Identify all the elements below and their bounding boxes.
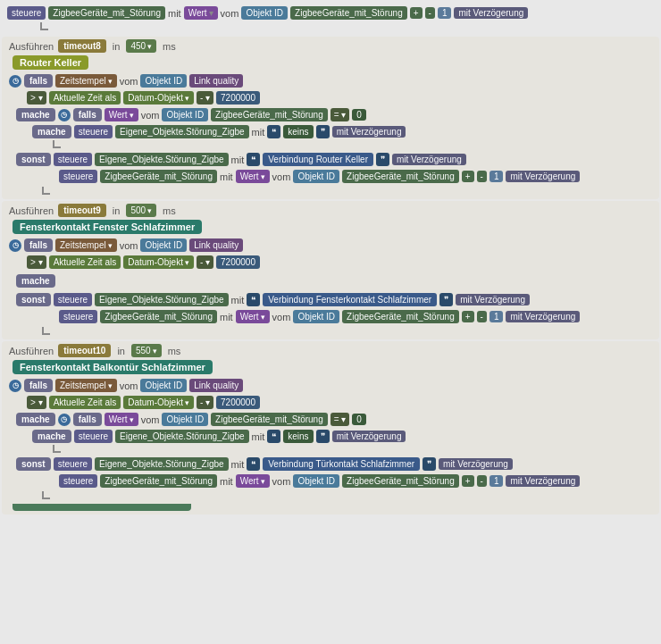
minus-chip-3[interactable]: - ▾ xyxy=(197,396,213,409)
steuere-chip-3[interactable]: steuere xyxy=(74,430,113,443)
obj-id-3b[interactable]: Objekt ID xyxy=(162,413,208,426)
minus-chip-1[interactable]: - ▾ xyxy=(197,91,213,105)
steuere-chip-1s2[interactable]: steuere xyxy=(59,170,97,183)
link-quality-3[interactable]: Link quality xyxy=(189,379,243,392)
sonst-chip-2[interactable]: sonst xyxy=(16,293,51,306)
zigbee-1s2[interactable]: ZigbeeGeräte_mit_Störung xyxy=(100,170,217,183)
steuere-chip-top[interactable]: steuere xyxy=(7,6,46,20)
wert-chip-3[interactable]: Wert ▾ xyxy=(105,413,138,426)
wert-chip-1[interactable]: Wert ▾ xyxy=(105,108,138,121)
zigbee-2s2[interactable]: ZigbeeGeräte_mit_Störung xyxy=(100,310,217,323)
zeitstempel-chip-2[interactable]: Zeitstempel ▾ xyxy=(55,238,117,252)
mache-chip-3[interactable]: mache xyxy=(16,413,55,426)
steuere-chip-1s[interactable]: steuere xyxy=(54,153,92,166)
ms-value-3[interactable]: 550 ▾ xyxy=(131,344,162,357)
falls-chip-3[interactable]: falls xyxy=(24,379,53,392)
zigbee-2s2b[interactable]: ZigbeeGeräte_mit_Störung xyxy=(342,310,459,323)
eigene-obj-1[interactable]: Eigene_Objekte.Störung_Zigbe xyxy=(115,125,249,138)
zigbee-1b[interactable]: ZigbeeGeräte_mit_Störung xyxy=(211,108,328,121)
link-quality-2[interactable]: Link quality xyxy=(189,238,243,252)
ms-value-2[interactable]: 500 ▾ xyxy=(126,204,156,217)
mit-verz-1c[interactable]: mit Verzögerung xyxy=(332,126,406,138)
mit-verz-2s2[interactable]: mit Verzögerung xyxy=(506,311,580,322)
steuere-chip-3s[interactable]: steuere xyxy=(54,457,92,471)
num-7200000-1[interactable]: 7200000 xyxy=(216,91,260,105)
mache-chip-1[interactable]: mache xyxy=(16,108,55,121)
datum-obj-3[interactable]: Datum-Objekt ▾ xyxy=(123,396,194,409)
falls-chip-3b[interactable]: falls xyxy=(73,413,102,426)
zeitstempel-chip-3[interactable]: Zeitstempel ▾ xyxy=(55,379,117,392)
eigene-obj-2s[interactable]: Eigene_Objekte.Störung_Zigbe xyxy=(95,293,229,306)
obj-id-3[interactable]: Objekt ID xyxy=(140,379,187,392)
ms-value-1[interactable]: 450 ▾ xyxy=(126,39,156,53)
mit-verz-2s[interactable]: mit Verzögerung xyxy=(456,294,530,305)
num-1-3s2[interactable]: 1 xyxy=(489,475,504,487)
eigene-obj-1s[interactable]: Eigene_Objekte.Störung_Zigbe xyxy=(95,153,229,166)
mit-verz-1s2[interactable]: mit Verzögerung xyxy=(506,171,580,182)
verbindung-fenster-chip[interactable]: Verbindung Fensterkontakt Schlafzimmer xyxy=(263,293,437,306)
obj-id-3s2[interactable]: Objekt ID xyxy=(293,474,339,488)
verbindung-turk-chip[interactable]: Verbindung Türkontakt Schlafzimmer xyxy=(263,457,420,471)
zigbee-1s2b[interactable]: ZigbeeGeräte_mit_Störung xyxy=(342,170,459,183)
objekt-chip-top[interactable]: Objekt ID xyxy=(241,6,288,20)
obj-id-1[interactable]: Objekt ID xyxy=(140,74,187,88)
keins-chip-3[interactable]: keins xyxy=(283,430,313,443)
eigene-obj-3s[interactable]: Eigene_Objekte.Störung_Zigbe xyxy=(95,457,229,471)
falls-chip-2[interactable]: falls xyxy=(24,238,53,252)
obj-id-1b[interactable]: Objekt ID xyxy=(162,108,208,121)
obj-id-2s2[interactable]: Objekt ID xyxy=(293,310,339,323)
val-0-3[interactable]: 0 xyxy=(352,414,366,425)
minus-2s2[interactable]: - xyxy=(477,311,487,322)
zigbee-3b[interactable]: ZigbeeGeräte_mit_Störung xyxy=(211,413,328,426)
steuere-chip-2s[interactable]: steuere xyxy=(54,293,92,306)
obj-id-2[interactable]: Objekt ID xyxy=(140,238,187,252)
sonst-chip-3[interactable]: sonst xyxy=(16,457,51,471)
plus-3s2[interactable]: + xyxy=(462,475,474,487)
zigbee-3s2[interactable]: ZigbeeGeräte_mit_Störung xyxy=(100,474,217,488)
num-7200000-2[interactable]: 7200000 xyxy=(216,255,260,269)
aktuelle-zeit-1[interactable]: Aktuelle Zeit als xyxy=(49,91,121,105)
minus-1s2[interactable]: - xyxy=(477,171,487,182)
falls-chip-1[interactable]: falls xyxy=(24,74,53,88)
obj-id-1s2[interactable]: Objekt ID xyxy=(293,170,339,183)
timeout8-chip[interactable]: timeout8 xyxy=(58,39,106,53)
wert-chip-top[interactable]: Wert ▾ xyxy=(184,6,218,20)
zigbee-3s2b[interactable]: ZigbeeGeräte_mit_Störung xyxy=(342,474,459,488)
num-7200000-3[interactable]: 7200000 xyxy=(216,396,260,409)
zeitstempel-chip-1[interactable]: Zeitstempel ▾ xyxy=(55,74,117,88)
gt-chip-2[interactable]: > ▾ xyxy=(27,255,46,269)
verbindung-router-chip[interactable]: Verbindung Router Keller xyxy=(263,153,373,166)
gt-chip-1[interactable]: > ▾ xyxy=(27,91,46,105)
steuere-chip-3s2[interactable]: steuere xyxy=(59,474,97,488)
steuere-chip-2s2[interactable]: steuere xyxy=(59,310,97,323)
eigene-obj-3[interactable]: Eigene_Objekte.Störung_Zigbe xyxy=(115,430,249,443)
zigbee-objekt-top[interactable]: ZigbeeGeräte_mit_Störung xyxy=(290,6,407,20)
aktuelle-zeit-3[interactable]: Aktuelle Zeit als xyxy=(49,396,121,409)
wert-chip-2s2[interactable]: Wert ▾ xyxy=(236,310,270,323)
minus-chip-2[interactable]: - ▾ xyxy=(197,255,213,269)
timeout9-chip[interactable]: timeout9 xyxy=(58,204,106,217)
link-quality-1[interactable]: Link quality xyxy=(189,74,243,88)
mache-chip-2[interactable]: mache xyxy=(16,274,55,288)
gt-chip-3[interactable]: > ▾ xyxy=(27,396,46,409)
timeout10-chip[interactable]: timeout10 xyxy=(58,344,111,357)
falls-chip-1b[interactable]: falls xyxy=(73,108,102,121)
mit-verz-3c[interactable]: mit Verzögerung xyxy=(332,431,406,442)
mit-verz-top[interactable]: mit Verzögerung xyxy=(454,7,528,19)
num-1-2s2[interactable]: 1 xyxy=(489,311,504,322)
num-1-1s2[interactable]: 1 xyxy=(489,171,504,182)
num-1-top[interactable]: 1 xyxy=(438,7,452,19)
mit-verz-1s[interactable]: mit Verzögerung xyxy=(392,154,466,165)
aktuelle-zeit-2[interactable]: Aktuelle Zeit als xyxy=(49,255,121,269)
plus-2s2[interactable]: + xyxy=(462,311,474,322)
eq-chip-1[interactable]: = ▾ xyxy=(330,108,350,121)
keins-chip-1[interactable]: keins xyxy=(283,125,313,138)
datum-obj-2[interactable]: Datum-Objekt ▾ xyxy=(123,255,194,269)
minus-btn-top[interactable]: - xyxy=(425,7,435,19)
mache-chip-1c[interactable]: mache xyxy=(32,125,71,138)
plus-btn-top[interactable]: + xyxy=(410,7,423,19)
wert-chip-1s2[interactable]: Wert ▾ xyxy=(236,170,270,183)
datum-obj-1[interactable]: Datum-Objekt ▾ xyxy=(123,91,194,105)
minus-3s2[interactable]: - xyxy=(477,475,487,487)
mache-chip-3c[interactable]: mache xyxy=(32,430,71,443)
